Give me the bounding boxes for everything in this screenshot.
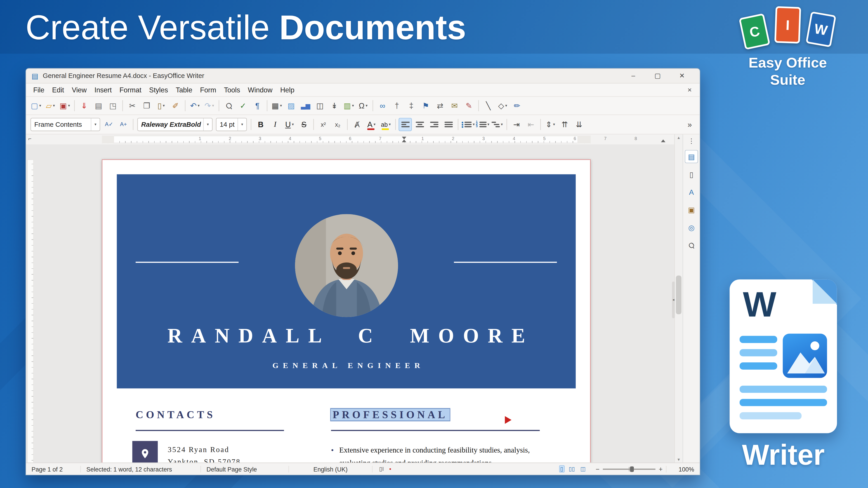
font-name-select[interactable]: Raleway ExtraBold▾: [137, 118, 213, 131]
strikethrough-icon[interactable]: S: [297, 118, 311, 131]
right-indent-marker[interactable]: [661, 139, 665, 142]
align-justify-icon[interactable]: [442, 118, 455, 131]
sidebar-settings-icon[interactable]: ⋮: [685, 137, 698, 145]
menu-styles[interactable]: Styles: [145, 85, 172, 95]
page-deck-icon[interactable]: ▯: [685, 168, 698, 181]
save-icon[interactable]: ▣▾: [58, 99, 71, 112]
track-changes-icon[interactable]: ✎: [462, 99, 475, 112]
menu-edit[interactable]: Edit: [48, 85, 68, 95]
insert-comment-icon[interactable]: ✉: [448, 99, 461, 112]
menu-table[interactable]: Table: [172, 85, 196, 95]
export-pdf-icon[interactable]: ⇓: [78, 99, 91, 112]
scroll-up-icon[interactable]: ▲: [675, 135, 682, 139]
language-indicator[interactable]: English (UK): [289, 466, 373, 472]
resume-header-block[interactable]: RANDALL C MOORE GENERAL ENGINEER: [117, 174, 576, 388]
toolbar-overflow-button[interactable]: »: [683, 118, 696, 131]
contacts-heading[interactable]: CONTACTS: [135, 409, 215, 421]
insert-image-icon[interactable]: ▨: [285, 99, 298, 112]
style-inspector-deck-icon[interactable]: Ϙ: [685, 238, 698, 252]
align-right-icon[interactable]: [428, 118, 441, 131]
menu-tools[interactable]: Tools: [220, 85, 244, 95]
address-text[interactable]: 3524 Ryan Road Yankton, SD 57078: [168, 444, 241, 462]
insert-line-icon[interactable]: ╲: [482, 99, 495, 112]
cross-reference-icon[interactable]: ⇄: [434, 99, 447, 112]
vertical-scrollbar[interactable]: ▲ ▼: [674, 134, 683, 462]
spelling-icon[interactable]: ✓: [237, 99, 250, 112]
underline-icon[interactable]: U▾: [283, 118, 296, 131]
left-indent-marker[interactable]: [402, 139, 406, 142]
insert-bookmark-icon[interactable]: ⚑: [419, 99, 432, 112]
close-button[interactable]: ✕: [670, 69, 694, 83]
menu-help[interactable]: Help: [276, 85, 298, 95]
first-line-indent-marker[interactable]: [402, 137, 406, 139]
selected-text[interactable]: PROFESSIONAL: [331, 409, 450, 420]
maximize-button[interactable]: ▢: [646, 69, 670, 83]
professional-heading[interactable]: PROFESSIONAL: [331, 409, 450, 421]
draw-functions-icon[interactable]: ✏: [510, 99, 524, 112]
new-style-icon[interactable]: A+: [117, 118, 130, 131]
decrease-paragraph-spacing-icon[interactable]: ⇊: [572, 118, 586, 131]
page-style-indicator[interactable]: Default Page Style: [201, 466, 289, 472]
undo-icon[interactable]: ↶▾: [188, 99, 202, 112]
insert-chart-icon[interactable]: ▃▆: [299, 99, 312, 112]
horizontal-ruler[interactable]: 1234567 12345678: [102, 135, 591, 143]
print-icon[interactable]: ▤: [92, 99, 105, 112]
zoom-slider-thumb[interactable]: [630, 466, 634, 471]
navigator-deck-icon[interactable]: ◎: [685, 221, 698, 234]
open-icon[interactable]: ▱▾: [43, 99, 57, 112]
menu-form[interactable]: Form: [196, 85, 220, 95]
print-preview-icon[interactable]: ◳: [106, 99, 120, 112]
paste-icon[interactable]: ▯▾: [154, 99, 168, 112]
zoom-slider[interactable]: [603, 468, 655, 469]
numbered-list-icon[interactable]: ▾: [476, 118, 489, 131]
window-titlebar[interactable]: ▤ General Engineer Resume A4.docx - Easy…: [26, 69, 700, 84]
copy-icon[interactable]: ❐: [140, 99, 153, 112]
professional-bullet-item[interactable]: ● Extensive experience in conducting fea…: [331, 444, 553, 462]
find-replace-icon[interactable]: Ϙ: [222, 99, 235, 112]
gallery-deck-icon[interactable]: ▣: [685, 203, 698, 217]
line-spacing-icon[interactable]: ⇕▾: [544, 118, 557, 131]
subscript-icon[interactable]: x₂: [331, 118, 344, 131]
resume-name[interactable]: RANDALL C MOORE: [117, 324, 576, 348]
outline-list-icon[interactable]: ▾: [491, 118, 504, 131]
resume-role[interactable]: GENERAL ENGINEER: [117, 361, 576, 370]
increase-indent-icon[interactable]: ⇥: [510, 118, 523, 131]
book-view-icon[interactable]: ◫: [579, 465, 587, 473]
profile-photo[interactable]: [295, 214, 398, 317]
selection-mode-icon[interactable]: ▯I: [378, 465, 385, 473]
menu-view[interactable]: View: [68, 85, 90, 95]
single-page-view-icon[interactable]: ▯: [559, 465, 564, 473]
multi-page-view-icon[interactable]: ▯▯: [567, 465, 576, 473]
hyperlink-icon[interactable]: ∞: [376, 99, 389, 112]
zoom-in-button[interactable]: +: [659, 465, 662, 473]
update-style-icon[interactable]: A✓: [102, 118, 116, 131]
scrollbar-thumb[interactable]: [676, 275, 681, 314]
formatting-marks-icon[interactable]: ¶: [251, 99, 264, 112]
document-modified-icon[interactable]: ▪: [388, 465, 392, 473]
special-character-icon[interactable]: Ω▾: [356, 99, 370, 112]
close-document-icon[interactable]: ✕: [683, 87, 696, 93]
insert-textbox-icon[interactable]: ◫: [313, 99, 327, 112]
superscript-icon[interactable]: x²: [317, 118, 330, 131]
clear-formatting-icon[interactable]: Ⱥ: [350, 118, 364, 131]
zoom-out-button[interactable]: −: [596, 465, 599, 473]
paragraph-style-select[interactable]: Frame Contents▾: [31, 118, 100, 131]
bullet-list-icon[interactable]: ▾: [461, 118, 475, 131]
insert-field-icon[interactable]: ▥▾: [342, 99, 355, 112]
clone-formatting-icon[interactable]: ✐: [169, 99, 182, 112]
properties-deck-icon[interactable]: ▤: [685, 150, 698, 163]
highlight-color-icon[interactable]: ab▾: [379, 118, 393, 131]
font-color-icon[interactable]: A▾: [365, 118, 378, 131]
cut-icon[interactable]: ✂: [126, 99, 139, 112]
selection-count-indicator[interactable]: Selected: 1 word, 12 characters: [81, 466, 201, 472]
menu-format[interactable]: Format: [116, 85, 145, 95]
minimize-button[interactable]: –: [621, 69, 646, 83]
zoom-percentage[interactable]: 100%: [666, 466, 700, 472]
increase-paragraph-spacing-icon[interactable]: ⇈: [558, 118, 571, 131]
scroll-down-icon[interactable]: ▼: [675, 457, 682, 461]
redo-icon[interactable]: ↷▾: [203, 99, 216, 112]
menu-file[interactable]: File: [29, 85, 49, 95]
sidebar-collapse-handle[interactable]: ◂: [672, 282, 675, 318]
insert-table-icon[interactable]: ▦▾: [270, 99, 283, 112]
align-left-icon[interactable]: [399, 118, 412, 131]
